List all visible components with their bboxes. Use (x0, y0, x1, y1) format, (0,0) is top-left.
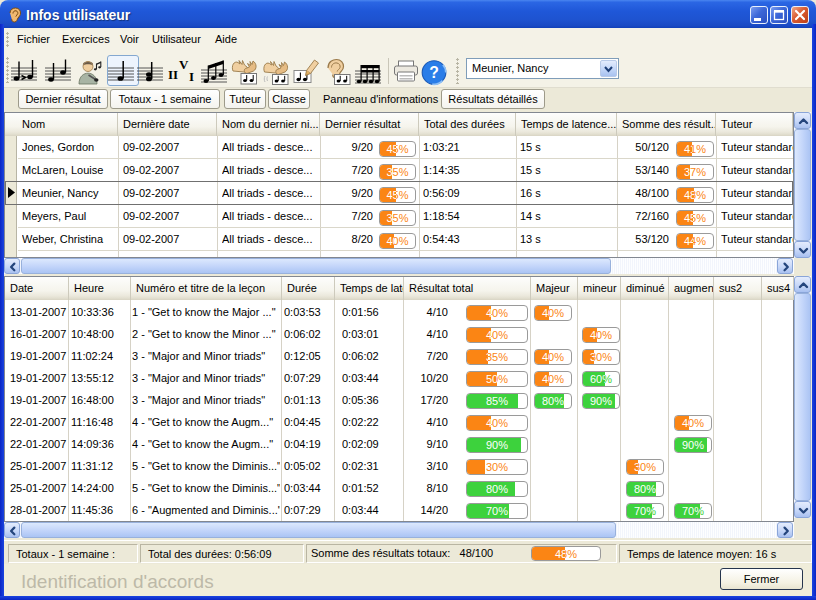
svg-text:?: ? (429, 64, 439, 81)
svg-text:II: II (168, 67, 178, 82)
svg-text:I: I (189, 69, 194, 84)
svg-text:V: V (179, 58, 189, 72)
